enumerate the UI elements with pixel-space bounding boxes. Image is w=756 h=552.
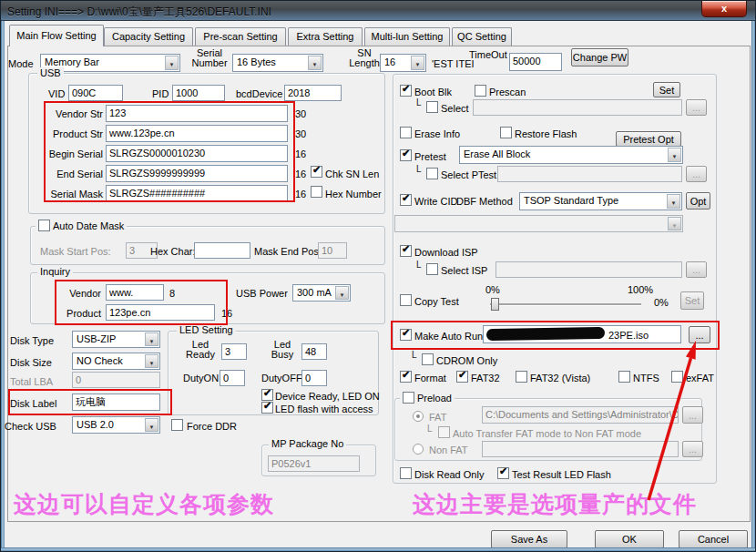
- chk-sn-len-label: Chk SN Len: [325, 169, 379, 179]
- serial-mask-field[interactable]: SLRGZS##########: [106, 185, 288, 202]
- inquiry-vendor-field[interactable]: www.: [106, 284, 164, 301]
- pretest-mode-dropdown[interactable]: Erase All Block: [459, 146, 683, 164]
- hex-number-checkbox[interactable]: [311, 186, 322, 198]
- inquiry-vendor-len: 8: [169, 288, 175, 299]
- led-busy-field[interactable]: 48: [301, 343, 327, 360]
- vendor-str-field[interactable]: 123: [106, 105, 288, 122]
- dropdown-arrow-icon[interactable]: [308, 56, 322, 70]
- pretest-checkbox[interactable]: [400, 149, 412, 161]
- fat32-checkbox[interactable]: [456, 371, 468, 383]
- dutyon-field[interactable]: 0: [220, 370, 245, 386]
- vid-label: VID: [48, 88, 65, 99]
- restore-flash-checkbox[interactable]: [500, 127, 512, 138]
- check-usb-value: USB 2.0: [77, 419, 114, 430]
- hex-char-field[interactable]: [194, 242, 250, 259]
- disk-size-dropdown[interactable]: NO Check: [72, 353, 160, 370]
- chk-sn-len-checkbox[interactable]: [311, 166, 322, 178]
- fat-radio[interactable]: [413, 411, 424, 422]
- begin-serial-field[interactable]: SLRGZS0000010230: [106, 145, 288, 162]
- dutyoff-field[interactable]: 0: [301, 370, 327, 386]
- check-usb-label: Check USB: [5, 421, 56, 432]
- dropdown-arrow-icon[interactable]: [145, 418, 158, 432]
- make-auto-run-checkbox[interactable]: [400, 329, 412, 341]
- non-fat-radio-label: Non FAT: [429, 445, 468, 455]
- tab-capacity-setting[interactable]: Capacity Setting: [104, 27, 193, 46]
- copy-test-slider-thumb[interactable]: [491, 298, 499, 311]
- test-result-led-checkbox[interactable]: [497, 467, 509, 479]
- copy-test-checkbox[interactable]: [400, 294, 412, 306]
- save-as-button[interactable]: Save As: [491, 530, 567, 548]
- pid-field[interactable]: 1000: [172, 85, 225, 101]
- led-flash-label: LED flash with access: [275, 404, 373, 414]
- force-ddr-checkbox[interactable]: [171, 419, 183, 431]
- tab-multi-lun-setting[interactable]: Multi-lun Setting: [364, 27, 450, 46]
- dropdown-arrow-icon[interactable]: [411, 56, 424, 70]
- non-fat-radio[interactable]: [413, 444, 424, 455]
- change-pw-button[interactable]: Change PW: [571, 48, 628, 66]
- download-isp-checkbox[interactable]: [400, 245, 412, 257]
- dropdown-arrow-icon[interactable]: [165, 56, 179, 70]
- dropdown-arrow-icon[interactable]: [335, 286, 349, 300]
- cdrom-only-checkbox[interactable]: [422, 353, 434, 365]
- product-str-field[interactable]: www.123pe.cn: [106, 125, 288, 142]
- tab-main-flow-setting[interactable]: Main Flow Setting: [9, 25, 104, 46]
- usb-power-value: 300 mA: [297, 287, 332, 298]
- write-cid-checkbox[interactable]: [400, 194, 412, 206]
- inquiry-product-field[interactable]: 123pe.cn: [106, 304, 215, 321]
- preload-caption: Preload: [400, 392, 455, 404]
- close-button[interactable]: x: [701, 1, 747, 17]
- dropdown-arrow-icon[interactable]: [145, 332, 158, 346]
- set-button[interactable]: Set: [653, 82, 680, 97]
- fat32-vista-label: FAT32 (Vista): [530, 373, 590, 383]
- format-checkbox[interactable]: [400, 371, 412, 383]
- boot-blk-checkbox[interactable]: [400, 85, 412, 97]
- opt-button[interactable]: Opt: [686, 192, 710, 210]
- dbf-method-dropdown[interactable]: TSOP Standard Type: [519, 192, 682, 210]
- vendor-str-len: 30: [295, 108, 306, 119]
- disk-type-dropdown[interactable]: USB-ZIP: [72, 331, 160, 348]
- branch-glyph: L: [416, 260, 422, 270]
- preload-checkbox[interactable]: [403, 392, 414, 404]
- led-ready-field[interactable]: 3: [221, 343, 247, 360]
- ok-button[interactable]: OK: [595, 530, 664, 548]
- make-auto-run-path-field[interactable]: 23PE.iso: [483, 325, 681, 343]
- fat32-vista-checkbox[interactable]: [516, 371, 527, 383]
- check-usb-dropdown[interactable]: USB 2.0: [72, 416, 160, 434]
- inquiry-product-label: Product: [56, 308, 101, 319]
- bcddevice-field[interactable]: 2018: [284, 85, 342, 101]
- tab-qc-setting[interactable]: QC Setting: [452, 27, 512, 46]
- device-ready-led-label: Device Ready, LED ON: [275, 391, 380, 402]
- tab-extra-setting[interactable]: Extra Setting: [288, 27, 363, 46]
- select-bootblk-checkbox[interactable]: [426, 101, 438, 113]
- timeout-field[interactable]: 50000: [509, 53, 562, 71]
- ntfs-checkbox[interactable]: [618, 371, 630, 383]
- cancel-button[interactable]: Cancel: [679, 530, 748, 548]
- branch-glyph: L: [412, 350, 417, 360]
- auto-date-mask-checkbox[interactable]: [38, 220, 50, 231]
- sn-length-dropdown[interactable]: 16: [380, 54, 426, 72]
- copy-test-slider-track[interactable]: [490, 303, 641, 306]
- title-bar[interactable]: Setting INI===> D:\wwi\0宝\量产工具526\DEFAUL…: [1, 1, 755, 21]
- vid-field[interactable]: 090C: [68, 85, 123, 101]
- bcddevice-label: bcdDevice: [236, 88, 282, 99]
- pretest-opt-button[interactable]: Pretest Opt: [616, 131, 681, 147]
- prescan-checkbox[interactable]: [475, 85, 486, 97]
- disk-label-field[interactable]: 玩电脑: [72, 394, 160, 411]
- dropdown-arrow-icon[interactable]: [145, 354, 158, 368]
- dbf-method-label: DBF Method: [456, 196, 513, 207]
- exfat-checkbox[interactable]: [671, 371, 683, 383]
- dropdown-arrow-icon[interactable]: [668, 148, 681, 162]
- window-border-right: [751, 21, 755, 551]
- inquiry-group-label: Inquiry: [37, 266, 73, 277]
- led-flash-checkbox[interactable]: [261, 402, 273, 414]
- disk-read-only-checkbox[interactable]: [400, 467, 412, 479]
- erase-info-checkbox[interactable]: [400, 127, 412, 138]
- select-isp-checkbox[interactable]: [426, 263, 438, 275]
- serial-number-dropdown[interactable]: 16 Bytes: [232, 54, 323, 72]
- end-serial-field[interactable]: SLRGZS9999999999: [106, 165, 288, 182]
- dropdown-arrow-icon[interactable]: [667, 194, 680, 209]
- browse-auto-run-button[interactable]: ...: [689, 326, 710, 343]
- select-ptest-checkbox[interactable]: [426, 168, 438, 179]
- tab-pre-scan-setting[interactable]: Pre-scan Setting: [195, 27, 286, 46]
- usb-power-dropdown[interactable]: 300 mA: [292, 284, 351, 302]
